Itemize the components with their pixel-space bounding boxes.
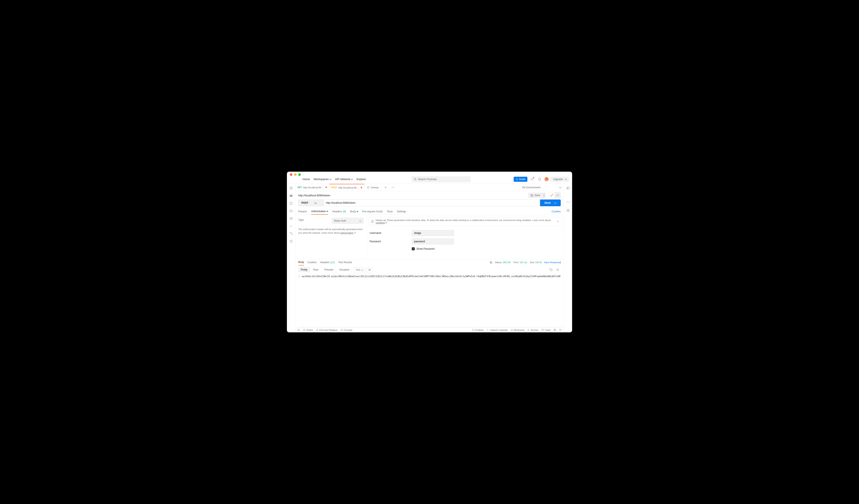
tab-tests[interactable]: Tests [387,208,393,215]
maximize-window-icon[interactable] [298,173,301,176]
status-capture[interactable]: Capture requests [486,329,508,331]
search-response-button[interactable] [555,267,561,273]
wrap-lines-button[interactable] [367,267,373,272]
status-console[interactable]: Console [341,329,352,331]
rail-history-icon[interactable] [288,238,294,244]
upgrade-button[interactable]: Upgrade [551,177,569,182]
app-window: Home Workspaces API Network Explore Sear… [287,172,572,332]
edit-button[interactable] [549,192,555,198]
tab-body[interactable]: Body [350,208,358,215]
response-meta: Status: 200 OK Time: 122 ms Size: 814 B … [489,261,561,264]
status-layout[interactable] [554,329,556,331]
send-dropdown[interactable] [553,202,556,203]
tab-globals[interactable]: Globals [364,184,381,191]
new-tab-button[interactable] [381,186,390,189]
view-pretty[interactable]: Pretty [298,267,310,272]
tab-label: http://localhost:8080/ [338,186,360,189]
search-input[interactable]: Search Postman [411,176,471,182]
cookies-link[interactable]: Cookies [552,210,561,213]
status-collapse[interactable] [298,329,300,331]
rail-mock-icon[interactable] [288,215,294,222]
tab-options-button[interactable] [390,187,396,188]
rail-flows-icon[interactable] [288,231,294,236]
auth-type-selector[interactable]: Basic Auth [332,218,363,224]
method-value: POST [301,201,308,204]
rail-env-quick-icon[interactable] [565,185,571,191]
svg-point-45 [316,329,318,331]
invite-button[interactable]: Invite [514,177,527,182]
format-selector[interactable]: Text [354,268,365,272]
tab-settings[interactable]: Settings [397,208,406,215]
svg-rect-55 [555,329,556,331]
username-label: Username [370,231,408,234]
status-runner[interactable]: Runner [527,329,538,331]
tab-authorization[interactable]: Authorization [311,208,328,215]
username-input[interactable] [412,230,454,236]
environment-selector[interactable]: No Environment [519,184,564,191]
status-online[interactable]: Online [303,329,313,331]
rail-info-icon[interactable] [565,208,571,213]
tab-get-request[interactable]: GET http://localhost:8080/ [295,184,329,191]
globe-icon[interactable] [489,261,492,264]
resp-tab-tests[interactable]: Test Results [338,259,352,265]
status-cookies[interactable]: Cookies [472,329,484,331]
svg-point-2 [516,179,517,179]
tab-params[interactable]: Params [298,208,307,215]
view-raw[interactable]: Raw [311,267,321,272]
rail-apis-icon[interactable] [288,200,294,206]
rail-code-icon[interactable] [565,199,571,205]
rail-collections-icon[interactable] [288,193,294,199]
resp-tab-headers[interactable]: Headers (11) [320,259,335,265]
nav-api-network[interactable]: API Network [335,178,353,181]
breadcrumb-row: http://localhost:8080/token Save [295,191,564,199]
nav-home[interactable]: Home [302,178,310,181]
resp-tab-cookies[interactable]: Cookies [307,259,316,265]
nav-explore[interactable]: Explore [357,178,366,181]
variables-link[interactable]: variables [376,222,385,224]
upgrade-label: Upgrade [553,178,563,181]
authorization-link[interactable]: authorization [340,231,353,234]
svg-point-31 [372,221,373,221]
avatar[interactable] [544,177,549,182]
nav-workspaces[interactable]: Workspaces [314,178,331,181]
show-password-checkbox[interactable] [412,247,415,250]
rail-monitors-icon[interactable] [288,223,294,229]
send-button[interactable]: Send [540,199,561,206]
format-value: Text [356,269,360,271]
tab-post-request[interactable]: POST http://localhost:8080/ [329,184,364,191]
send-label: Send [544,201,551,204]
status-help[interactable] [559,329,561,331]
minimize-window-icon[interactable] [294,173,297,176]
method-selector[interactable]: POST [298,199,323,206]
copy-button[interactable] [548,267,554,273]
svg-point-0 [414,178,416,180]
save-button[interactable]: Save [528,193,543,198]
svg-point-51 [473,330,473,331]
svg-rect-12 [290,202,292,204]
url-input[interactable] [323,199,540,206]
tab-headers[interactable]: Headers (9) [332,208,346,215]
status-find[interactable]: Find and Replace [316,329,337,331]
rail-environments-icon[interactable] [288,208,294,214]
show-password-label: Show Password [417,247,435,250]
tabs-row: GET http://localhost:8080/ POST http://l… [295,184,564,191]
status-trash[interactable]: Trash [541,329,551,331]
auth-type-value: Basic Auth [334,219,346,222]
comment-button[interactable] [555,192,561,198]
save-dropdown[interactable] [543,193,545,198]
tab-prerequest[interactable]: Pre-request Script [362,208,383,215]
status-bootcamp[interactable]: Bootcamp [511,329,525,331]
rail-new-icon[interactable] [288,185,294,191]
close-window-icon[interactable] [290,173,292,176]
response-body[interactable]: 1 eyJhbGciOiJSUzI1NiJ9.eyJpc3MiOiJzZWxmI… [298,274,561,327]
view-visualize[interactable]: Visualize [337,267,352,272]
view-preview[interactable]: Preview [322,267,336,272]
resp-tab-body[interactable]: Body [298,259,304,265]
close-icon[interactable] [557,220,559,223]
password-input[interactable] [412,239,454,244]
save-response-button[interactable]: Save Response [544,261,561,264]
svg-rect-16 [290,217,292,219]
tab-body-label: Body [350,210,356,213]
settings-icon[interactable] [529,176,535,182]
notifications-icon[interactable] [537,176,543,182]
